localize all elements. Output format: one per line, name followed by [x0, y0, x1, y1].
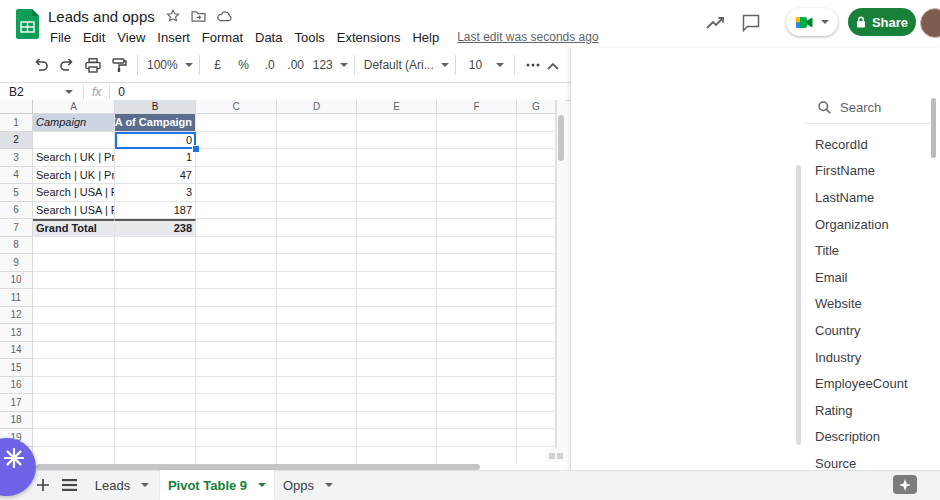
cell-A16[interactable] — [33, 377, 115, 395]
cell-G9[interactable] — [517, 254, 556, 272]
cell-C20[interactable] — [196, 447, 277, 464]
cell-G13[interactable] — [517, 324, 556, 342]
cell-G7[interactable] — [517, 219, 556, 237]
cell-D7[interactable] — [277, 219, 357, 237]
cell-A15[interactable] — [33, 359, 115, 377]
cell-G6[interactable] — [517, 202, 556, 220]
cell-E8[interactable] — [357, 237, 437, 255]
more-toolbar-button[interactable] — [521, 53, 545, 77]
cell-A8[interactable] — [33, 237, 115, 255]
cell-D16[interactable] — [277, 377, 357, 395]
cell-C15[interactable] — [196, 359, 277, 377]
cell-G14[interactable] — [517, 342, 556, 360]
number-format-button[interactable]: 123 — [310, 53, 348, 77]
zoom-select[interactable]: 100% — [144, 53, 193, 77]
cell-D1[interactable] — [277, 114, 357, 132]
cell-A18[interactable] — [33, 412, 115, 430]
cell-E12[interactable] — [357, 307, 437, 325]
cell-C9[interactable] — [196, 254, 277, 272]
row-header-12[interactable]: 12 — [0, 307, 33, 325]
cell-F6[interactable] — [437, 202, 517, 220]
cell-E7[interactable] — [357, 219, 437, 237]
sheet-tab-pivot-table-9[interactable]: Pivot Table 9 — [160, 470, 274, 500]
row-header-6[interactable]: 6 — [0, 202, 33, 220]
row-header-10[interactable]: 10 — [0, 272, 33, 290]
row-header-2[interactable]: 2 — [0, 132, 33, 150]
sheets-logo-icon[interactable] — [16, 9, 39, 39]
cell-C7[interactable] — [196, 219, 277, 237]
row-header-4[interactable]: 4 — [0, 167, 33, 185]
cell-B1[interactable]: COUNTA of Campaign — [115, 114, 196, 132]
cell-G1[interactable] — [517, 114, 556, 132]
cell-A1[interactable]: Campaign — [33, 114, 115, 132]
cell-G19[interactable] — [517, 429, 556, 447]
cell-A20[interactable] — [33, 447, 115, 464]
formula-input[interactable]: 0 — [110, 85, 125, 99]
column-header-G[interactable]: G — [517, 100, 556, 114]
share-button[interactable]: Share — [848, 8, 916, 36]
cell-D10[interactable] — [277, 272, 357, 290]
cell-B12[interactable] — [115, 307, 196, 325]
cell-F19[interactable] — [437, 429, 517, 447]
cell-A14[interactable] — [33, 342, 115, 360]
cell-A10[interactable] — [33, 272, 115, 290]
name-box[interactable]: B2 — [0, 85, 61, 99]
cell-F20[interactable] — [437, 447, 517, 464]
cloud-status-icon[interactable] — [217, 10, 233, 22]
cell-B20[interactable] — [115, 447, 196, 464]
cell-D13[interactable] — [277, 324, 357, 342]
field-item-website[interactable]: Website — [804, 291, 924, 318]
cell-G2[interactable] — [517, 132, 556, 150]
menu-tools[interactable]: Tools — [288, 28, 330, 47]
column-header-D[interactable]: D — [277, 100, 357, 114]
scroll-corner[interactable] — [546, 449, 566, 462]
cell-E15[interactable] — [357, 359, 437, 377]
add-sheet-button[interactable] — [36, 478, 50, 492]
cell-A6[interactable]: Search | USA | F — [33, 202, 115, 220]
cell-A3[interactable]: Search | UK | Pr — [33, 149, 115, 167]
cell-C8[interactable] — [196, 237, 277, 255]
cell-F14[interactable] — [437, 342, 517, 360]
menu-view[interactable]: View — [111, 28, 151, 47]
field-item-firstname[interactable]: FirstName — [804, 158, 924, 185]
cell-C3[interactable] — [196, 149, 277, 167]
row-header-16[interactable]: 16 — [0, 377, 33, 395]
cell-A2[interactable] — [33, 132, 115, 150]
cell-F5[interactable] — [437, 184, 517, 202]
cell-C6[interactable] — [196, 202, 277, 220]
print-button[interactable] — [81, 53, 105, 77]
account-avatar[interactable] — [920, 8, 940, 38]
cell-G4[interactable] — [517, 167, 556, 185]
cell-D3[interactable] — [277, 149, 357, 167]
cell-F15[interactable] — [437, 359, 517, 377]
cell-E20[interactable] — [357, 447, 437, 464]
cell-E19[interactable] — [357, 429, 437, 447]
vertical-scrollbar-thumb[interactable] — [558, 115, 564, 161]
cell-G11[interactable] — [517, 289, 556, 307]
format-percent-button[interactable]: % — [232, 53, 256, 77]
field-item-recordid[interactable]: RecordId — [804, 131, 924, 158]
cell-D2[interactable] — [277, 132, 357, 150]
cell-F8[interactable] — [437, 237, 517, 255]
cell-E5[interactable] — [357, 184, 437, 202]
name-box-caret[interactable] — [65, 90, 73, 94]
field-list-scrollbar-thumb[interactable] — [931, 98, 936, 158]
cell-B10[interactable] — [115, 272, 196, 290]
cell-G17[interactable] — [517, 394, 556, 412]
sparkle-button[interactable] — [893, 475, 917, 494]
row-header-5[interactable]: 5 — [0, 184, 33, 202]
cell-A13[interactable] — [33, 324, 115, 342]
cell-F18[interactable] — [437, 412, 517, 430]
field-item-lastname[interactable]: LastName — [804, 184, 924, 211]
cell-C1[interactable] — [196, 114, 277, 132]
column-header-A[interactable]: A — [33, 100, 115, 114]
cell-F12[interactable] — [437, 307, 517, 325]
cell-C12[interactable] — [196, 307, 277, 325]
cell-F9[interactable] — [437, 254, 517, 272]
cell-F3[interactable] — [437, 149, 517, 167]
cell-C10[interactable] — [196, 272, 277, 290]
cell-E16[interactable] — [357, 377, 437, 395]
cell-C13[interactable] — [196, 324, 277, 342]
cell-A11[interactable] — [33, 289, 115, 307]
cell-E17[interactable] — [357, 394, 437, 412]
